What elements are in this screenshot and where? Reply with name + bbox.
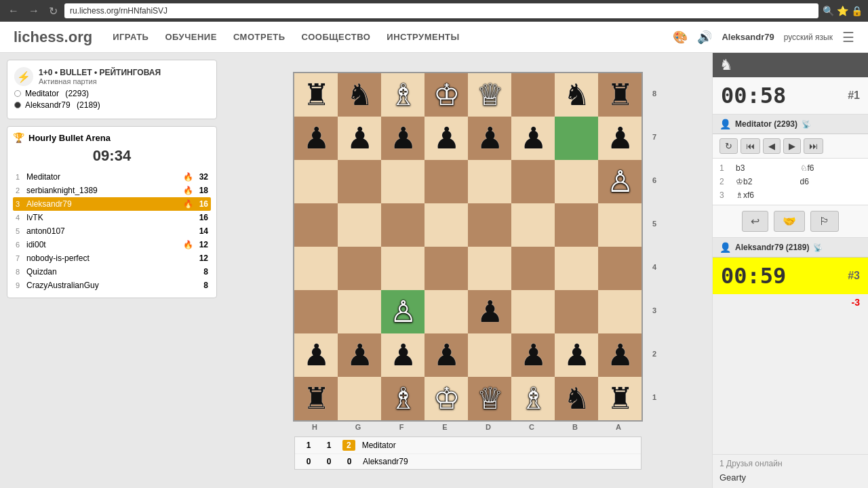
chess-cell[interactable]: ♟: [511, 333, 555, 377]
chess-cell[interactable]: [468, 333, 511, 377]
nav-tools[interactable]: ИНСТРУМЕНТЫ: [387, 32, 459, 42]
player-white-name[interactable]: Meditator: [25, 89, 59, 98]
leaderboard-row[interactable]: 8 Quizdan 8: [13, 265, 211, 279]
chess-cell[interactable]: [555, 160, 598, 203]
chess-cell[interactable]: ♜: [598, 73, 642, 117]
chess-cell[interactable]: [425, 290, 468, 333]
leaderboard-row[interactable]: 3 Aleksandr79 🔥 16: [13, 197, 211, 211]
next-move-btn[interactable]: ▶: [783, 138, 801, 154]
chess-cell[interactable]: ♙: [381, 290, 425, 333]
leaderboard-row[interactable]: 7 nobody-is-perfect 12: [13, 251, 211, 265]
header-language[interactable]: русский язык: [784, 33, 833, 42]
chess-cell[interactable]: [511, 290, 555, 333]
leaderboard-row[interactable]: 4 IvTK 16: [13, 211, 211, 224]
chess-cell[interactable]: ♕: [468, 377, 511, 420]
sound-icon[interactable]: 🔊: [697, 30, 712, 45]
chess-cell[interactable]: [294, 160, 338, 203]
chess-cell[interactable]: [511, 73, 555, 117]
undo-btn[interactable]: ↩: [742, 211, 768, 232]
bottom-player-name[interactable]: Aleksandr79 (2189): [735, 243, 809, 252]
refresh-button[interactable]: ↻: [46, 3, 60, 19]
chess-cell[interactable]: ♟: [468, 117, 511, 160]
url-bar[interactable]: [64, 3, 818, 18]
chess-cell[interactable]: [425, 203, 468, 247]
top-player-name[interactable]: Meditator (2293): [735, 119, 797, 129]
leaderboard-row[interactable]: 9 CrazyAustralianGuy 8: [13, 279, 211, 292]
chess-cell[interactable]: [468, 247, 511, 290]
chess-cell[interactable]: ♗: [511, 377, 555, 420]
chess-cell[interactable]: [598, 203, 642, 247]
chess-cell[interactable]: ♜: [598, 377, 642, 420]
chess-cell[interactable]: ♔: [425, 73, 468, 117]
chess-board[interactable]: ♜♞♗♔♕♞♜♟♟♟♟♟♟♟♙♙♟♟♟♟♟♟♟♟♜♗♔♕♗♞♜: [293, 72, 643, 422]
move-black[interactable]: ♘f6: [797, 163, 862, 174]
move-white[interactable]: b3: [733, 163, 797, 174]
leaderboard-row[interactable]: 6 idi00t 🔥 12: [13, 238, 211, 251]
chess-cell[interactable]: [555, 290, 598, 333]
forward-button[interactable]: →: [26, 3, 42, 18]
chess-cell[interactable]: [511, 247, 555, 290]
chess-cell[interactable]: [338, 160, 381, 203]
chess-cell[interactable]: [294, 247, 338, 290]
chess-cell[interactable]: [598, 247, 642, 290]
reload-btn[interactable]: ↻: [719, 138, 738, 154]
leaderboard-row[interactable]: 5 anton0107 14: [13, 224, 211, 238]
flag-btn[interactable]: 🏳: [810, 211, 839, 232]
chess-cell[interactable]: ♜: [294, 73, 338, 117]
chess-cell[interactable]: ♙: [598, 160, 642, 203]
chess-cell[interactable]: [381, 160, 425, 203]
tournament-name[interactable]: Hourly Bullet Arena: [28, 133, 111, 143]
chess-cell[interactable]: ♞: [555, 73, 598, 117]
nav-watch[interactable]: СМОТРЕТЬ: [233, 32, 285, 42]
chess-cell[interactable]: [338, 203, 381, 247]
chess-cell[interactable]: [555, 203, 598, 247]
friend-item[interactable]: Gearty: [719, 471, 861, 484]
last-move-btn[interactable]: ⏭: [804, 138, 823, 154]
move-black[interactable]: d6: [797, 176, 862, 187]
nav-play[interactable]: ИГРАТЬ: [113, 32, 149, 42]
move-white[interactable]: ♔b2: [733, 176, 797, 187]
chess-cell[interactable]: ♗: [381, 73, 425, 117]
chess-cell[interactable]: ♟: [381, 117, 425, 160]
chess-cell[interactable]: ♟: [294, 117, 338, 160]
move-white[interactable]: ♗xf6: [733, 190, 797, 201]
chess-cell[interactable]: ♟: [294, 333, 338, 377]
chess-cell[interactable]: [381, 247, 425, 290]
chess-cell[interactable]: [511, 203, 555, 247]
chess-cell[interactable]: [338, 290, 381, 333]
chess-cell[interactable]: ♟: [338, 333, 381, 377]
chess-cell[interactable]: ♟: [468, 290, 511, 333]
chess-cell[interactable]: ♟: [511, 117, 555, 160]
chess-cell[interactable]: ♜: [294, 377, 338, 420]
chess-cell[interactable]: ♗: [381, 377, 425, 420]
nav-learn[interactable]: ОБУЧЕНИЕ: [165, 32, 216, 42]
player-black-name[interactable]: Aleksandr79: [25, 100, 71, 110]
theme-icon[interactable]: 🎨: [673, 30, 688, 45]
chess-cell[interactable]: [555, 117, 598, 160]
chess-cell[interactable]: [555, 247, 598, 290]
chess-cell[interactable]: ♟: [425, 333, 468, 377]
chess-cell[interactable]: ♕: [468, 73, 511, 117]
chess-cell[interactable]: [511, 160, 555, 203]
chess-cell[interactable]: ♟: [598, 333, 642, 377]
chess-cell[interactable]: ♟: [338, 117, 381, 160]
chess-cell[interactable]: ♟: [598, 117, 642, 160]
back-button[interactable]: ←: [5, 3, 22, 18]
chess-cell[interactable]: [381, 203, 425, 247]
chess-cell[interactable]: ♟: [381, 333, 425, 377]
prev-move-btn[interactable]: ◀: [763, 138, 781, 154]
hamburger-menu[interactable]: ☰: [842, 29, 854, 45]
handshake-btn[interactable]: 🤝: [774, 211, 805, 232]
chess-cell[interactable]: [425, 160, 468, 203]
move-black[interactable]: [797, 195, 862, 196]
chess-cell[interactable]: ♟: [425, 117, 468, 160]
nav-community[interactable]: СООБЩЕСТВО: [302, 32, 371, 42]
chess-cell[interactable]: ♞: [338, 73, 381, 117]
chess-cell[interactable]: [338, 247, 381, 290]
chess-cell[interactable]: ♟: [555, 333, 598, 377]
chess-cell[interactable]: ♞: [555, 377, 598, 420]
leaderboard-row[interactable]: 2 serbianknight_1389 🔥 18: [13, 184, 211, 197]
header-username[interactable]: Aleksandr79: [722, 32, 774, 42]
chess-cell[interactable]: [468, 160, 511, 203]
chess-cell[interactable]: [425, 247, 468, 290]
